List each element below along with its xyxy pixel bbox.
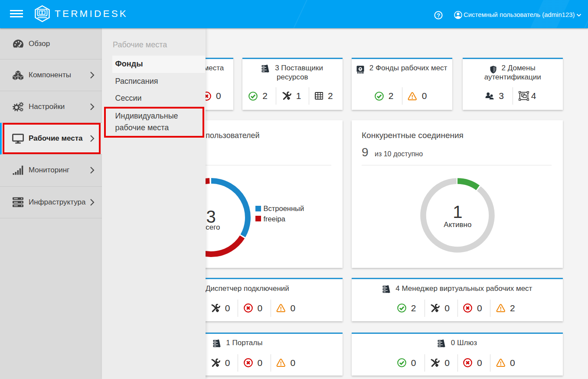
svg-text:?: ?	[437, 12, 440, 18]
